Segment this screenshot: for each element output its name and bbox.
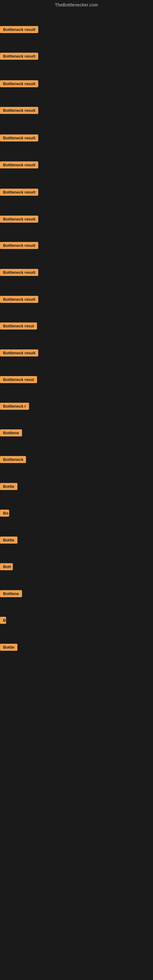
bottleneck-badge-20[interactable]: Bottle [0,536,18,545]
bottleneck-badge-label-19: Bo [0,510,9,517]
bottleneck-badge-label-3: Bottleneck result [0,80,38,87]
bottleneck-badge-22[interactable]: Bottlene [0,590,22,598]
bottleneck-badge-label-20: Bottle [0,536,18,544]
bottleneck-badge-24[interactable]: Bottle [0,644,18,652]
bottleneck-badge-19[interactable]: Bo [0,510,9,518]
bottleneck-badge-label-21: Bott [0,563,13,570]
bottleneck-badge-4[interactable]: Bottleneck result [0,107,38,115]
site-title: TheBottlenecker.com [0,0,153,9]
bottleneck-badge-label-16: Bottlene [0,430,22,436]
bottleneck-badge-5[interactable]: Bottleneck result [0,134,38,143]
bottleneck-badge-23[interactable]: B [0,617,6,625]
bottleneck-badge-label-22: Bottlene [0,590,22,597]
bottleneck-badge-label-2: Bottleneck result [0,52,38,60]
bottleneck-badge-label-18: Bottle [0,483,18,490]
bottleneck-badge-label-15: Bottleneck r [0,403,29,410]
bottleneck-badge-label-11: Bottleneck result [0,296,38,303]
bottleneck-badge-3[interactable]: Bottleneck result [0,80,38,89]
bottleneck-badge-label-14: Bottleneck resul [0,376,37,383]
bottleneck-badge-label-8: Bottleneck result [0,216,38,223]
bottleneck-badge-label-23: B [0,617,6,624]
bottleneck-badge-9[interactable]: Bottleneck result [0,242,38,250]
bottleneck-badge-2[interactable]: Bottleneck result [0,52,38,61]
bottleneck-badge-17[interactable]: Bottleneck [0,456,26,464]
bottleneck-badge-18[interactable]: Bottle [0,483,18,491]
bottleneck-badge-21[interactable]: Bott [0,563,13,571]
bottleneck-badge-10[interactable]: Bottleneck result [0,269,38,277]
bottleneck-badge-label-1: Bottleneck result [0,26,38,33]
bottleneck-badge-label-5: Bottleneck result [0,134,38,142]
bottleneck-badge-label-17: Bottleneck [0,456,26,463]
bottleneck-badge-label-6: Bottleneck result [0,161,38,169]
bottleneck-badge-label-13: Bottleneck result [0,350,38,356]
bottleneck-badge-8[interactable]: Bottleneck result [0,216,38,224]
bottleneck-badge-label-9: Bottleneck result [0,242,38,249]
bottleneck-badge-label-24: Bottle [0,644,18,651]
bottleneck-badge-label-10: Bottleneck result [0,269,38,276]
bottleneck-badge-label-12: Bottleneck resul [0,323,37,329]
bottleneck-badge-11[interactable]: Bottleneck result [0,296,38,304]
bottleneck-badge-7[interactable]: Bottleneck result [0,189,38,197]
bottleneck-badge-14[interactable]: Bottleneck resul [0,376,37,384]
bottleneck-badge-13[interactable]: Bottleneck result [0,350,38,358]
bottleneck-badge-6[interactable]: Bottleneck result [0,161,38,170]
bottleneck-badge-label-7: Bottleneck result [0,189,38,196]
bottleneck-badge-label-4: Bottleneck result [0,107,38,114]
bottleneck-badge-15[interactable]: Bottleneck r [0,403,29,411]
bottleneck-badge-1[interactable]: Bottleneck result [0,26,38,34]
bottleneck-badge-16[interactable]: Bottlene [0,430,22,438]
bottleneck-badge-12[interactable]: Bottleneck resul [0,323,37,331]
